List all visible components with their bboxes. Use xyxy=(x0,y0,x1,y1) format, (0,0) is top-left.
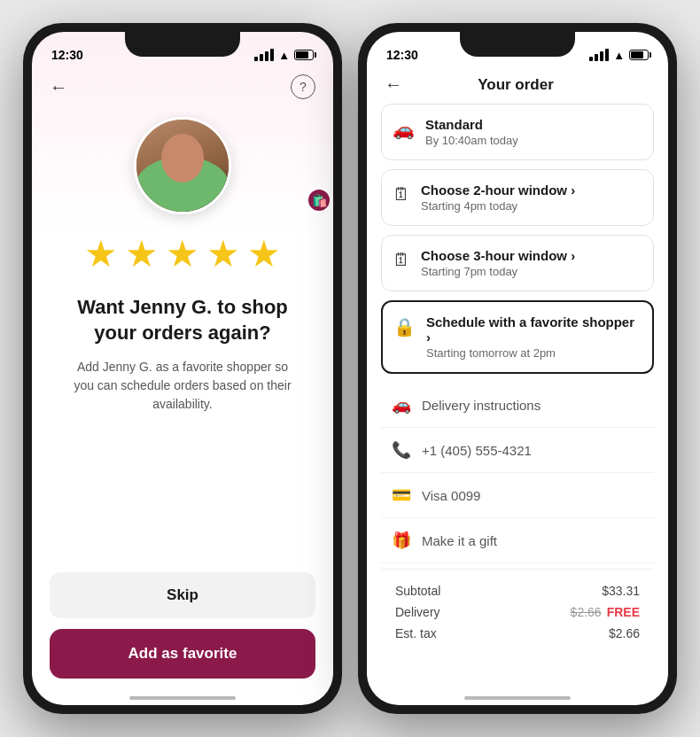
left-status-time: 12:30 xyxy=(51,48,83,62)
delivery-instructions-item[interactable]: 🚗 Delivery instructions xyxy=(381,383,654,428)
battery-icon xyxy=(294,50,314,60)
shopper-avatar-container: 🛍️ xyxy=(32,117,333,214)
star-1: ★ xyxy=(84,232,118,275)
right-phone: 12:30 ▲ ← Your order xyxy=(358,23,677,714)
left-nav: ← ? xyxy=(32,71,333,108)
shopper-title: Want Jenny G. to shop your orders again? xyxy=(32,295,333,345)
favorite-shopper-sub: Starting tomorrow at 2pm xyxy=(426,346,642,360)
standard-delivery-option[interactable]: 🚗 Standard By 10:40am today xyxy=(381,104,654,160)
three-hour-title: Choose 3-hour window › xyxy=(421,248,642,263)
tax-label: Est. tax xyxy=(395,626,437,640)
notch xyxy=(125,32,240,57)
three-hour-window-option[interactable]: 🗓 Choose 3-hour window › Starting 7pm to… xyxy=(381,235,654,291)
skip-button[interactable]: Skip xyxy=(50,572,315,618)
payment-text: Visa 0099 xyxy=(422,488,480,503)
phone-item[interactable]: 📞 +1 (405) 555-4321 xyxy=(381,428,654,473)
shopper-description: Add Jenny G. as a favorite shopper so yo… xyxy=(32,358,333,414)
delivery-instructions-icon: 🚗 xyxy=(392,395,411,415)
order-totals: Subtotal $33.31 Delivery $2.66 FREE Est.… xyxy=(381,569,654,665)
star-3: ★ xyxy=(166,232,199,275)
home-indicator xyxy=(129,696,236,700)
left-screen: 12:30 ▲ ← xyxy=(32,32,333,705)
left-buttons: Skip Add as favorite xyxy=(32,555,333,705)
left-phone: 12:30 ▲ ← xyxy=(23,23,342,714)
tax-value: $2.66 xyxy=(609,626,640,640)
notch-right xyxy=(460,32,575,57)
two-hour-content: Choose 2-hour window › Starting 4pm toda… xyxy=(421,182,642,213)
three-hour-sub: Starting 7pm today xyxy=(421,265,642,278)
avatar xyxy=(134,117,231,214)
left-status-icons: ▲ xyxy=(254,49,314,62)
star-4: ★ xyxy=(206,232,240,275)
right-back-button[interactable]: ← xyxy=(385,74,402,95)
phone-icon: 📞 xyxy=(392,440,411,460)
delivery-label: Delivery xyxy=(395,605,440,619)
right-signal-bars-icon xyxy=(589,49,609,61)
two-hour-title: Choose 2-hour window › xyxy=(421,182,642,198)
three-hour-content: Choose 3-hour window › Starting 7pm toda… xyxy=(421,248,642,278)
two-hour-window-option[interactable]: 🗓 Choose 2-hour window › Starting 4pm to… xyxy=(381,169,654,226)
delivery-instructions-text: Delivery instructions xyxy=(422,398,541,413)
credit-card-icon: 💳 xyxy=(392,485,411,505)
lock-icon: 🔒 xyxy=(393,316,416,337)
standard-delivery-title: Standard xyxy=(425,117,642,132)
two-hour-sub: Starting 4pm today xyxy=(421,199,642,213)
right-wifi-icon: ▲ xyxy=(613,49,625,62)
favorite-shopper-content: Schedule with a favorite shopper › Start… xyxy=(426,314,642,360)
right-status-icons: ▲ xyxy=(589,49,649,62)
signal-bars-icon xyxy=(254,49,274,61)
favorite-shopper-title: Schedule with a favorite shopper › xyxy=(426,314,642,345)
wifi-icon: ▲ xyxy=(278,49,290,62)
right-home-indicator xyxy=(464,696,571,700)
gift-item[interactable]: 🎁 Make it a gift xyxy=(381,518,654,563)
star-2: ★ xyxy=(125,232,159,275)
right-screen: 12:30 ▲ ← Your order xyxy=(367,32,668,705)
delivery-original-price: $2.66 xyxy=(571,605,602,619)
subtotal-value: $33.31 xyxy=(602,584,640,598)
calendar-2h-icon: 🗓 xyxy=(393,184,410,205)
delivery-free-label: FREE xyxy=(607,605,640,619)
gift-icon: 🎁 xyxy=(392,531,411,550)
help-button[interactable]: ? xyxy=(291,74,315,99)
delivery-values: $2.66 FREE xyxy=(571,605,640,619)
order-page-title: Your order xyxy=(402,76,629,94)
order-list: 🚗 Standard By 10:40am today 🗓 Choose 2-h… xyxy=(367,104,668,665)
right-status-time: 12:30 xyxy=(386,48,418,62)
car-icon: 🚗 xyxy=(393,119,415,140)
star-5: ★ xyxy=(247,232,281,275)
tax-row: Est. tax $2.66 xyxy=(395,626,640,640)
delivery-total-row: Delivery $2.66 FREE xyxy=(395,605,640,619)
phones-container: 12:30 ▲ ← xyxy=(23,23,677,714)
standard-delivery-content: Standard By 10:40am today xyxy=(425,117,642,147)
right-battery-icon xyxy=(629,50,649,60)
avatar-face xyxy=(136,120,229,212)
shopper-badge-icon: 🛍️ xyxy=(307,188,331,213)
gift-text: Make it a gift xyxy=(422,533,497,548)
favorite-shopper-option[interactable]: 🔒 Schedule with a favorite shopper › Sta… xyxy=(381,300,654,374)
payment-item[interactable]: 💳 Visa 0099 xyxy=(381,473,654,518)
standard-delivery-sub: By 10:40am today xyxy=(425,134,642,147)
subtotal-label: Subtotal xyxy=(395,584,440,598)
add-favorite-button[interactable]: Add as favorite xyxy=(50,629,315,679)
stars-row: ★ ★ ★ ★ ★ xyxy=(32,232,333,275)
right-nav: ← Your order xyxy=(367,71,668,104)
back-button[interactable]: ← xyxy=(50,77,67,97)
calendar-3h-icon: 🗓 xyxy=(393,250,410,270)
phone-text: +1 (405) 555-4321 xyxy=(422,443,532,458)
subtotal-row: Subtotal $33.31 xyxy=(395,584,640,598)
